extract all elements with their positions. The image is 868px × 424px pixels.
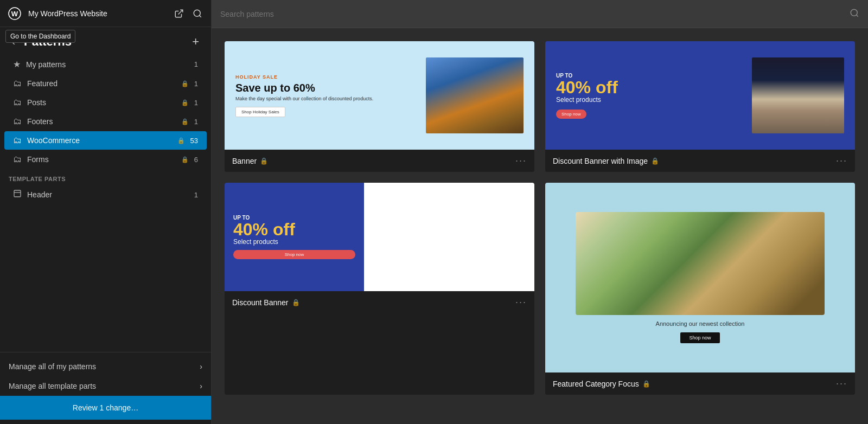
pattern-card-discount-img[interactable]: UP TO 40% off Select products Shop now D… — [545, 41, 855, 172]
pattern-menu-featured-cat[interactable]: ··· — [836, 378, 847, 389]
pattern-preview-discount: UP TO 40% off Select products Shop now — [225, 183, 534, 291]
my-patterns-count: 1 — [194, 60, 198, 68]
pattern-name-discount: Discount Banner 🔒 — [232, 298, 300, 307]
pattern-menu-discount[interactable]: ··· — [515, 297, 527, 308]
sofa-image — [752, 57, 844, 133]
search-input[interactable] — [220, 10, 844, 18]
review-button[interactable]: Review 1 change… — [0, 396, 211, 420]
lock-icon-featured: 🔒 — [181, 80, 189, 87]
featured-room-image — [576, 212, 824, 315]
main-content: HOLIDAY SALE Save up to 60% Make the day… — [212, 0, 868, 424]
banner-headline: Save up to 60% — [235, 82, 420, 94]
footers-count: 1 — [194, 118, 198, 126]
pattern-card-banner[interactable]: HOLIDAY SALE Save up to 60% Make the day… — [225, 41, 534, 172]
pattern-menu-banner[interactable]: ··· — [515, 155, 527, 166]
posts-count: 1 — [194, 99, 198, 107]
banner-holiday-label: HOLIDAY SALE — [235, 74, 420, 80]
search-button[interactable] — [190, 7, 205, 21]
folder-icon-featured: 🗂 — [13, 79, 22, 88]
pattern-card-discount[interactable]: UP TO 40% off Select products Shop now D… — [225, 183, 534, 395]
folder-icon-header — [13, 189, 22, 200]
woocommerce-count: 53 — [190, 137, 198, 145]
manage-template-arrow: › — [200, 382, 202, 390]
featured-caption: Announcing our newest collection — [656, 320, 745, 327]
external-link-button[interactable] — [172, 7, 186, 21]
my-patterns-label: My patterns — [26, 60, 189, 69]
featured-label: Featured — [27, 79, 174, 88]
discount-right-half — [364, 183, 534, 291]
wp-logo-icon[interactable]: W — [7, 5, 23, 22]
folder-icon-woocommerce: 🗂 — [13, 136, 22, 145]
svg-line-2 — [178, 10, 183, 14]
nav-item-header[interactable]: Header 1 — [4, 185, 207, 204]
header-label: Header — [27, 190, 189, 199]
pattern-footer-discount: Discount Banner 🔒 ··· — [225, 291, 534, 313]
pattern-lock-featured-cat: 🔒 — [642, 380, 650, 388]
discount-left-half: UP TO 40% off Select products Shop now — [225, 183, 364, 291]
discount-img-text: UP TO 40% off Select products Shop now — [556, 73, 746, 119]
discount-shop-button[interactable]: Shop now — [556, 110, 586, 119]
pattern-footer-banner: Banner 🔒 ··· — [225, 150, 534, 172]
discount-pct-label: 40% off — [556, 79, 746, 96]
sidebar-footer: Manage all of my patterns › Manage all t… — [0, 352, 211, 424]
forms-label: Forms — [27, 155, 174, 164]
tooltip: Go to the Dashboard — [5, 30, 75, 43]
discount-select-label: Select products — [556, 96, 746, 104]
pattern-lock-discount-img: 🔒 — [651, 157, 659, 165]
site-name: My WordPress Website — [28, 9, 167, 18]
pattern-name-featured-cat: Featured Category Focus 🔒 — [553, 380, 650, 388]
pattern-footer-featured-cat: Featured Category Focus 🔒 ··· — [545, 372, 855, 395]
discount-pct2: 40% off — [233, 221, 355, 238]
pattern-card-featured-cat[interactable]: Announcing our newest collection Shop no… — [545, 183, 855, 395]
svg-rect-5 — [14, 190, 21, 197]
discount-shop-btn2[interactable]: Shop now — [233, 250, 355, 259]
template-parts-section-label: TEMPLATE PARTS — [0, 169, 211, 184]
patterns-grid: HOLIDAY SALE Save up to 60% Make the day… — [212, 28, 868, 424]
footers-label: Footers — [27, 117, 174, 126]
posts-label: Posts — [27, 98, 174, 107]
folder-icon-forms: 🗂 — [13, 155, 22, 164]
manage-patterns-text: Manage all of my patterns — [9, 362, 96, 371]
lock-icon-posts: 🔒 — [181, 99, 189, 106]
folder-icon-posts: 🗂 — [13, 98, 22, 107]
lock-icon-woo: 🔒 — [177, 137, 185, 144]
nav-item-posts[interactable]: 🗂 Posts 🔒 1 — [4, 93, 207, 112]
svg-line-4 — [199, 15, 201, 17]
pattern-name-discount-img: Discount Banner with Image 🔒 — [553, 157, 659, 165]
discount-select2: Select products — [233, 238, 355, 246]
banner-subtext: Make the day special with our collection… — [235, 96, 420, 101]
lock-icon-footers: 🔒 — [181, 118, 189, 125]
header-count: 1 — [194, 191, 198, 199]
featured-shop-button[interactable]: Shop now — [680, 332, 719, 343]
search-bar — [212, 0, 868, 28]
svg-line-8 — [856, 15, 858, 16]
banner-text-content: HOLIDAY SALE Save up to 60% Make the day… — [235, 74, 420, 117]
forms-count: 6 — [194, 156, 198, 164]
manage-template-text: Manage all template parts — [9, 382, 96, 390]
manage-patterns-link[interactable]: Manage all of my patterns › — [0, 357, 211, 376]
pattern-menu-discount-img[interactable]: ··· — [836, 155, 847, 166]
pattern-lock-discount: 🔒 — [292, 299, 300, 306]
star-icon: ★ — [13, 59, 21, 69]
manage-patterns-arrow: › — [200, 362, 202, 371]
banner-shop-button[interactable]: Shop Holiday Sales — [235, 107, 285, 117]
svg-point-7 — [851, 9, 857, 16]
lock-icon-forms: 🔒 — [181, 156, 189, 163]
pattern-name-banner: Banner 🔒 — [232, 157, 268, 165]
folder-icon-footers: 🗂 — [13, 117, 22, 126]
sidebar-top: W My WordPress Website — [0, 0, 211, 27]
pattern-lock-banner: 🔒 — [260, 157, 268, 165]
featured-count: 1 — [194, 80, 198, 88]
pattern-preview-discount-img: UP TO 40% off Select products Shop now — [545, 41, 855, 150]
add-pattern-button[interactable]: + — [189, 35, 202, 49]
nav-item-footers[interactable]: 🗂 Footers 🔒 1 — [4, 112, 207, 131]
manage-template-link[interactable]: Manage all template parts › — [0, 376, 211, 396]
nav-item-woocommerce[interactable]: 🗂 WooCommerce 🔒 53 — [4, 131, 207, 150]
woocommerce-label: WooCommerce — [27, 136, 170, 145]
nav-item-featured[interactable]: 🗂 Featured 🔒 1 — [4, 74, 207, 93]
svg-text:W: W — [11, 10, 18, 18]
nav-item-my-patterns[interactable]: ★ My patterns 1 — [4, 55, 207, 74]
nav-item-forms[interactable]: 🗂 Forms 🔒 6 — [4, 150, 207, 169]
top-icons — [172, 7, 205, 21]
pattern-footer-discount-img: Discount Banner with Image 🔒 ··· — [545, 150, 855, 172]
